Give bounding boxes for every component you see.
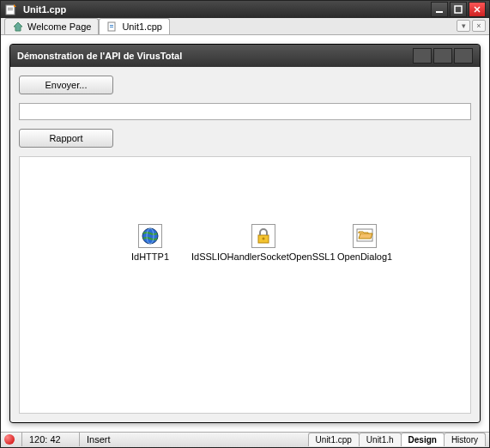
separator (79, 433, 80, 446)
component-opendialog[interactable]: OpenDialog1 (337, 224, 392, 262)
svg-rect-3 (436, 11, 443, 13)
insert-mode[interactable]: Insert (87, 434, 130, 445)
titlebar: Unit1.cpp (1, 1, 489, 18)
tab-close-button[interactable]: × (472, 20, 486, 32)
component-idhttp[interactable]: IdHTTP1 (131, 224, 169, 262)
component-idssl[interactable]: IdSSLIOHandlerSocketOpenSSL1 (191, 224, 336, 262)
tab-welcome-page[interactable]: Welcome Page (4, 18, 99, 34)
component-canvas[interactable]: IdHTTP1 IdSSLIOHandlerSocketOpenSSL1 Ope… (19, 156, 471, 414)
tab-label: Unit1.cpp (122, 21, 161, 32)
tab-dropdown-button[interactable]: ▾ (457, 20, 470, 32)
app-icon (4, 3, 18, 16)
statusbar: 120: 42 Insert Unit1.cpp Unit1.h Design … (1, 432, 489, 447)
form-body: Envoyer... Rapport IdHTTP1 (10, 67, 480, 422)
view-tab-unit-cpp[interactable]: Unit1.cpp (308, 433, 360, 446)
form-titlebar: Démonstration de l'API de VirusTotal (10, 45, 480, 67)
view-tab-history[interactable]: History (444, 433, 486, 446)
svg-rect-2 (8, 9, 13, 10)
view-tab-unit-h[interactable]: Unit1.h (359, 433, 402, 446)
globe-icon (138, 224, 162, 248)
tabbar-controls: ▾ × (457, 20, 486, 32)
form-close-button[interactable] (454, 48, 473, 64)
separator (21, 433, 22, 446)
form-designer-window: Démonstration de l'API de VirusTotal Env… (9, 44, 481, 423)
form-maximize-button[interactable] (433, 48, 452, 64)
svg-point-8 (142, 228, 158, 244)
component-label: OpenDialog1 (337, 251, 392, 262)
cursor-position: 120: 42 (29, 434, 72, 445)
view-tab-design[interactable]: Design (401, 433, 445, 446)
svg-rect-6 (110, 25, 113, 26)
svg-point-11 (262, 237, 264, 239)
record-macro-icon[interactable] (4, 434, 15, 445)
button-row: Envoyer... (19, 76, 471, 94)
maximize-button[interactable] (450, 2, 467, 17)
cpp-file-icon (106, 21, 118, 33)
content-area: Démonstration de l'API de VirusTotal Env… (1, 35, 489, 432)
home-icon (12, 21, 24, 33)
tab-label: Welcome Page (27, 21, 91, 32)
lock-icon (251, 224, 275, 248)
button-row: Rapport (19, 129, 471, 148)
window-title: Unit1.cpp (23, 4, 429, 15)
minimize-button[interactable] (431, 2, 448, 17)
component-label: IdSSLIOHandlerSocketOpenSSL1 (191, 251, 336, 262)
view-tabs: Unit1.cpp Unit1.h Design History (309, 433, 486, 446)
component-label: IdHTTP1 (131, 251, 169, 262)
document-tabbar: Welcome Page Unit1.cpp ▾ × (1, 18, 489, 35)
svg-rect-7 (110, 27, 113, 27)
main-window: Unit1.cpp Welcome Page Unit1.cpp ▾ × Dém… (0, 0, 490, 448)
close-button[interactable] (469, 2, 486, 17)
folder-open-icon (353, 224, 377, 248)
svg-rect-4 (455, 6, 462, 13)
send-button[interactable]: Envoyer... (19, 76, 113, 94)
tab-unit1-cpp[interactable]: Unit1.cpp (99, 18, 169, 34)
text-input[interactable] (19, 103, 471, 120)
report-button[interactable]: Rapport (19, 129, 113, 148)
form-minimize-button[interactable] (413, 48, 432, 64)
form-title: Démonstration de l'API de VirusTotal (17, 51, 411, 61)
svg-rect-1 (8, 8, 13, 9)
